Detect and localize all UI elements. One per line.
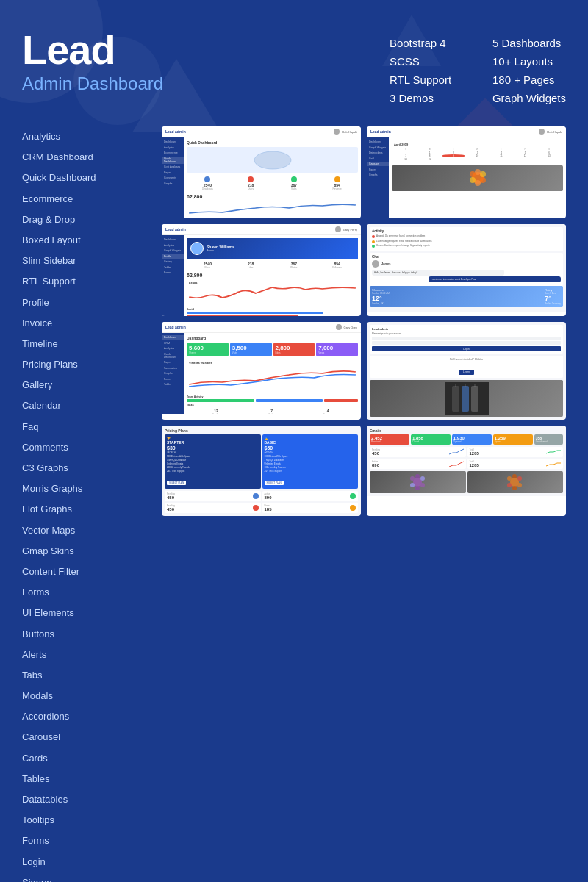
day-cell[interactable]: 13 (537, 154, 561, 157)
day-cell[interactable]: 1 (418, 151, 442, 154)
sidebar3-forms[interactable]: Forms (162, 270, 184, 275)
sidebar5-summaries[interactable]: Summaries (162, 366, 184, 370)
header-section: Lead Admin Dashboard Bootstrap 4 SCSS RT… (22, 29, 566, 104)
nav-faq[interactable]: Faq (22, 417, 147, 437)
nav-forms[interactable]: Forms (22, 582, 147, 603)
sidebar3-profile[interactable]: Profile (162, 254, 184, 259)
login-input-email[interactable] (372, 337, 561, 340)
sidebar3-analytics[interactable]: Analytics (162, 243, 184, 248)
sidebar-item-comments[interactable]: Comments (162, 176, 184, 180)
nav-login[interactable]: Login (22, 852, 147, 872)
explore-button[interactable]: Learn (459, 370, 474, 375)
nav-datatables[interactable]: Datatables (22, 789, 147, 810)
sidebar2-datepicker[interactable]: Datepickers (367, 151, 389, 155)
nav-boxed-layout[interactable]: Boxed Layout (22, 230, 147, 251)
day-cell[interactable]: 14 (394, 158, 417, 161)
nav-calendar[interactable]: Calendar (22, 395, 147, 416)
day-cell[interactable]: 15 (418, 158, 442, 161)
nav-comments[interactable]: Comments (22, 437, 147, 458)
day-cell[interactable]: 3 (466, 151, 490, 154)
nav-cards[interactable]: Cards (22, 748, 147, 769)
sidebar5-forms[interactable]: Forms (162, 377, 184, 381)
sidebar5-analytics[interactable]: Analytics (162, 346, 184, 351)
day-cell[interactable]: 4 (490, 151, 513, 154)
sidebar-item-costs[interactable]: Cost Analyses (162, 165, 184, 169)
sidebar5-graphs[interactable]: Graphs (162, 371, 184, 376)
sidebar3-gallery[interactable]: Gallery (162, 259, 184, 264)
sidebar5-tables[interactable]: Tables (162, 382, 184, 387)
nav-invoice[interactable]: Invoice (22, 313, 147, 334)
day-cell[interactable]: 2 (442, 151, 465, 154)
nav-timeline[interactable]: Timeline (22, 334, 147, 354)
day-cell[interactable]: 8 (418, 154, 442, 157)
sidebar-item-pages[interactable]: Pages (162, 171, 184, 175)
nav-tables[interactable]: Tables (22, 769, 147, 789)
nav-content-filter[interactable]: Content Filter (22, 562, 147, 582)
day-cell[interactable]: 10 (466, 154, 490, 157)
nav-tabs[interactable]: Tabs (22, 665, 147, 686)
nav-carousel[interactable]: Carousel (22, 727, 147, 747)
day-cell[interactable] (394, 151, 417, 154)
nav-rtl[interactable]: RTL Support (22, 271, 147, 292)
sidebar-item-graphs[interactable]: Graphs (162, 182, 184, 186)
nav-ui-elements[interactable]: UI Elements (22, 603, 147, 623)
sidebar2-carousel[interactable]: Carousel (367, 162, 389, 166)
nav-gmap[interactable]: Gmap Skins (22, 541, 147, 562)
sidebar3-dashboard[interactable]: Dashboard (162, 237, 184, 242)
dash-sidebar-2: Dashboard Graph Widgets Datepickers Grid… (367, 137, 389, 218)
datepicker-widget: April 2019 S M T W T F S (392, 140, 563, 163)
nav-drag-drop[interactable]: Drag & Drop (22, 209, 147, 230)
nav-c3[interactable]: C3 Graphs (22, 458, 147, 478)
day-cell[interactable]: 5 (514, 151, 537, 154)
login-button[interactable]: Login (372, 346, 561, 351)
day-cell-active[interactable]: 9 (442, 154, 465, 157)
sidebar5-quick[interactable]: Quick Dashboard (162, 352, 184, 359)
nav-gallery[interactable]: Gallery (22, 375, 147, 395)
sidebar2-grid[interactable]: Grid (367, 157, 389, 161)
nav-ecommerce[interactable]: Ecommerce (22, 189, 147, 209)
nav-quick-dashboard[interactable]: Quick Dashboard (22, 168, 147, 188)
nav-analytics[interactable]: Analytics (22, 126, 147, 147)
sidebar2-graphs[interactable]: Graphs (367, 173, 389, 177)
day-cell[interactable]: 11 (490, 154, 513, 157)
sidebar2-graph[interactable]: Graph Widgets (367, 146, 389, 150)
day-cell[interactable]: 6 (537, 151, 561, 154)
svg-point-28 (507, 476, 512, 481)
day-cell[interactable]: 12 (514, 154, 537, 157)
sidebar3-tables[interactable]: Tables (162, 265, 184, 270)
nav-forms2[interactable]: Forms (22, 831, 147, 851)
screenshot-dashboard-overview: Lead admin Gary Grey Dashboard CRM Analy… (162, 322, 361, 420)
nav-slim-sidebar[interactable]: Slim Sidebar (22, 251, 147, 271)
select-plan-basic[interactable]: SELECT PLAN (265, 481, 284, 485)
sidebar3-graph[interactable]: Graph Widgets (162, 248, 184, 253)
nav-modals[interactable]: Modals (22, 686, 147, 706)
nav-profile[interactable]: Profile (22, 293, 147, 313)
sidebar-item-dashboard[interactable]: Dashboard (162, 140, 184, 144)
nav-flot[interactable]: Flot Graphs (22, 499, 147, 520)
nav-accordions[interactable]: Accordions (22, 706, 147, 727)
sidebar5-pages[interactable]: Pages (162, 360, 184, 365)
sidebar2-pages[interactable]: Pages (367, 168, 389, 172)
login-input-password[interactable] (372, 341, 561, 345)
sidebar-item-quick[interactable]: Quick Dashboard (162, 157, 184, 164)
nav-vector-maps[interactable]: Vector Maps (22, 520, 147, 541)
login-form-widget: Lead admin Please sign in to your accoun… (370, 325, 563, 354)
sidebar2-dashboard[interactable]: Dashboard (367, 140, 389, 144)
profile-stats: 2540 Posts 218 Likes 367 Photos (187, 260, 358, 270)
nav-buttons[interactable]: Buttons (22, 624, 147, 645)
nav-crm[interactable]: CRM Dashboard (22, 147, 147, 168)
sidebar5-dashboard[interactable]: Dashboard (162, 335, 184, 340)
sidebar-item-ecommerce[interactable]: Ecommerce (162, 151, 184, 155)
nav-morris[interactable]: Morris Graphs (22, 478, 147, 499)
sidebar-item-analytics[interactable]: Analytics (162, 146, 184, 150)
email-received-label: Received (371, 440, 408, 443)
weather-city-1: London, UK (372, 302, 390, 305)
explore-text: Still haven't decided? Click/to (372, 358, 561, 361)
day-cell[interactable]: 7 (394, 154, 417, 157)
nav-tooltips[interactable]: Tooltips (22, 810, 147, 831)
nav-alerts[interactable]: Alerts (22, 645, 147, 665)
nav-pricing[interactable]: Pricing Plans (22, 354, 147, 375)
select-plan-starter[interactable]: SELECT PLAN (167, 481, 186, 485)
nav-signup[interactable]: Signup (22, 872, 147, 882)
sidebar5-crm[interactable]: CRM (162, 341, 184, 345)
